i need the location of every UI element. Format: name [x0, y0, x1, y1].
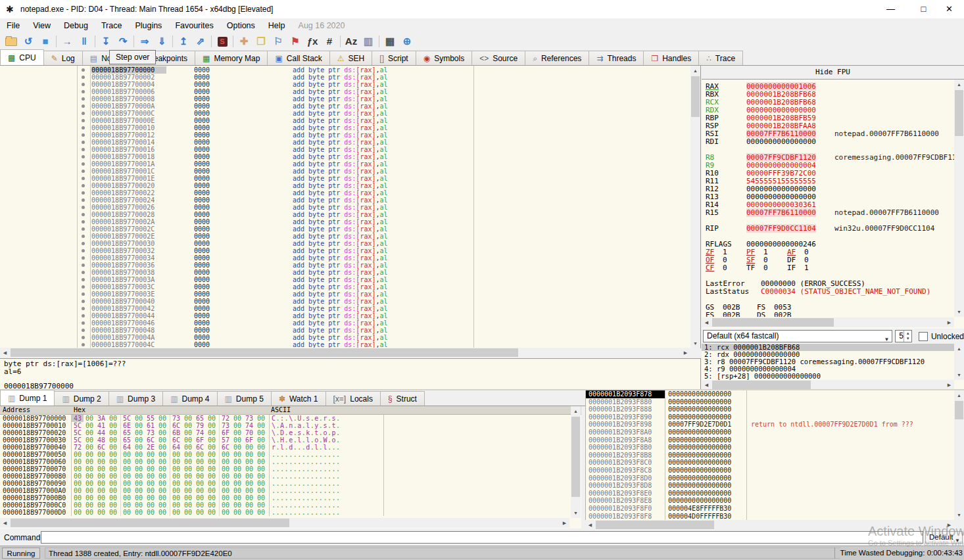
menu-favourites[interactable]: Favourites [168, 18, 220, 33]
stack-row[interactable]: 0000001B2093F8A00000000000000000 [586, 429, 955, 436]
stack-row[interactable]: 0000001B2093F8E80000000000000000 [586, 497, 955, 505]
step-over-button[interactable]: ↷ [114, 34, 132, 49]
breakpoint-dot-icon[interactable] [82, 133, 85, 137]
disasm-row[interactable]: 0000018B977000040000add byte ptr ds:[rax… [0, 81, 690, 88]
hide-fpu-button[interactable]: Hide FPU [702, 66, 964, 80]
restart-button[interactable]: ↺ [20, 34, 37, 49]
register-row[interactable]: R120000000000000000 [706, 185, 954, 193]
dump-row[interactable]: 0000018B977000A0000000000000000000000000… [0, 487, 384, 494]
tab-memory-map[interactable]: ▦Memory Map [195, 51, 268, 65]
disasm-row[interactable]: 0000018B977000120000add byte ptr ds:[rax… [0, 131, 690, 139]
breakpoint-dot-icon[interactable] [82, 83, 85, 86]
stack-row[interactable]: 0000001B2093F8880000000000000000 [586, 406, 955, 413]
breakpoint-dot-icon[interactable] [82, 170, 85, 173]
tab-dump-2[interactable]: ▥Dump 2 [54, 391, 108, 406]
menu-options[interactable]: Options [220, 18, 262, 33]
breakpoint-dot-icon[interactable] [82, 329, 85, 332]
breakpoint-dot-icon[interactable] [82, 264, 85, 267]
run-button[interactable]: → [59, 34, 76, 49]
stack-row[interactable]: 0000001B2093F8F8000004D0FFFFFB30 [586, 513, 955, 521]
register-row[interactable]: R115455555155555555 [706, 177, 954, 185]
stop-button[interactable]: ■ [37, 34, 54, 49]
breakpoint-dot-icon[interactable] [82, 148, 85, 151]
breakpoint-dot-icon[interactable] [82, 119, 85, 122]
disassembly-horizontal-scrollbar[interactable]: ◀ ▶ [0, 348, 690, 358]
stack-row[interactable]: 0000001B2093F8F0000004E8FFFFFB30 [586, 505, 955, 513]
disasm-row[interactable]: 0000018B9770001C0000add byte ptr ds:[rax… [0, 168, 690, 175]
step-into-button[interactable]: ↧ [97, 34, 114, 49]
disasm-row[interactable]: 0000018B9770000A0000add byte ptr ds:[rax… [0, 103, 690, 110]
register-row[interactable]: RDX0000000000000000 [706, 106, 954, 114]
title-bar[interactable]: ✱ notepad.exe - PID: D04 - Thread: Main … [0, 0, 964, 18]
disassembly-pane[interactable]: 0000018B977000000000add byte ptr ds:[rax… [0, 66, 701, 348]
stack-row[interactable]: 0000001B2093F8D00000000000000000 [586, 475, 955, 482]
disasm-row[interactable]: 0000018B977000340000add byte ptr ds:[rax… [0, 254, 690, 262]
disasm-row[interactable]: 0000018B9770003A0000add byte ptr ds:[rax… [0, 276, 690, 283]
tab-struct[interactable]: §Struct [380, 391, 425, 406]
registers-horizontal-scrollbar[interactable]: ◀ ▶ [702, 317, 954, 327]
register-row[interactable]: R130000000000000000 [706, 193, 954, 201]
breakpoint-dot-icon[interactable] [82, 227, 85, 231]
register-row[interactable]: RFLAGS0000000000000246 [706, 241, 954, 248]
tab-dump-3[interactable]: ▥Dump 3 [108, 391, 163, 406]
case-sensitive-button[interactable]: Az [343, 34, 360, 49]
breakpoint-dot-icon[interactable] [82, 191, 85, 195]
stepper-arrows-icon[interactable]: ▲▼ [904, 331, 911, 342]
run-to-user-code-button[interactable]: ⇗ [192, 34, 209, 49]
registers-vertical-scrollbar[interactable]: ▲ ▼ [954, 80, 964, 317]
stack-row[interactable]: 0000001B2093F8E00000000000000000 [586, 490, 955, 498]
step-down-button[interactable]: ⇓ [153, 34, 170, 49]
dump-row[interactable]: 0000018B977000205C004400650073006B007400… [0, 429, 384, 436]
disasm-row[interactable]: 0000018B977000020000add byte ptr ds:[rax… [0, 74, 690, 81]
stack-pane[interactable]: 0000001B2093F87800000000000000000000001B… [585, 390, 955, 520]
breakpoint-dot-icon[interactable] [82, 90, 85, 93]
disasm-row[interactable]: 0000018B9770002E0000add byte ptr ds:[rax… [0, 233, 690, 240]
tab-dump-5[interactable]: ▥Dump 5 [217, 391, 272, 406]
dump-horizontal-scrollbar[interactable]: ◀ ▶ [0, 518, 569, 528]
stack-row[interactable]: 0000001B2093F8D80000000000000000 [586, 482, 955, 490]
patch-button[interactable]: ✚ [235, 34, 253, 49]
tab-threads[interactable]: ⇉Threads [589, 51, 644, 65]
disasm-row[interactable]: 0000018B977000220000add byte ptr ds:[rax… [0, 189, 690, 197]
disasm-row[interactable]: 0000018B977000440000add byte ptr ds:[rax… [0, 312, 690, 319]
disasm-row[interactable]: 0000018B977000320000add byte ptr ds:[rax… [0, 247, 690, 254]
register-row[interactable]: R90000000000000004 [706, 162, 954, 170]
dump-row[interactable]: 0000018B977000B0000000000000000000000000… [0, 494, 384, 502]
register-row[interactable]: RBP0000001B208BFB59 [706, 114, 954, 122]
register-row[interactable]: RIP00007FF9D0CC1104win32u.00007FF9D0CC11… [706, 225, 954, 233]
tab-watch-1[interactable]: ✽Watch 1 [271, 391, 326, 406]
dump-row[interactable]: 0000018B97700080000000000000000000000000… [0, 473, 384, 480]
dump-row[interactable]: 0000018B97700090000000000000000000000000… [0, 480, 384, 487]
stack-row[interactable]: 0000001B2093F8C80000000000000000 [586, 467, 955, 475]
disasm-row[interactable]: 0000018B977000100000add byte ptr ds:[rax… [0, 124, 690, 131]
dump-row[interactable]: 0000018B9770000043003A005C00550073006500… [0, 415, 384, 422]
tab-references[interactable]: ⌕References [525, 51, 589, 65]
disasm-row[interactable]: 0000018B977000380000add byte ptr ds:[rax… [0, 269, 690, 276]
step-out-button[interactable]: ↥ [175, 34, 192, 49]
breakpoint-dot-icon[interactable] [82, 141, 85, 144]
register-row[interactable]: RAX0000000000001006 [706, 83, 954, 91]
disasm-row[interactable]: 0000018B9770004A0000add byte ptr ds:[rax… [0, 334, 690, 341]
register-row[interactable]: R1500007FF7B6110000notepad.00007FF7B6110… [706, 209, 954, 217]
command-profile-select[interactable]: Default ▼ [925, 531, 963, 544]
disasm-row[interactable]: 0000018B977000000000add byte ptr ds:[rax… [0, 66, 690, 74]
menu-debug[interactable]: Debug [57, 18, 95, 33]
dump-row[interactable]: 0000018B977000105C0041006E0061006C007900… [0, 422, 384, 429]
register-row[interactable]: R1000000FFF39B72C00 [706, 170, 954, 177]
disasm-row[interactable]: 0000018B9770003E0000add byte ptr ds:[rax… [0, 291, 690, 298]
tab-source[interactable]: <>Source [471, 51, 525, 65]
breakpoint-dot-icon[interactable] [82, 307, 85, 310]
functions-button[interactable]: ƒx [304, 34, 321, 49]
breakpoint-dot-icon[interactable] [82, 271, 85, 274]
tab-seh[interactable]: ⚠SEH [329, 51, 372, 65]
register-row[interactable]: GS002BFS0053 [706, 304, 954, 312]
breakpoint-dot-icon[interactable] [82, 184, 85, 187]
breakpoint-dot-icon[interactable] [82, 177, 85, 180]
disasm-row[interactable]: 0000018B9770000C0000add byte ptr ds:[rax… [0, 110, 690, 117]
stack-vertical-scrollbar[interactable]: ▲ ▼ [954, 390, 964, 520]
arguments-horizontal-scrollbar[interactable]: ◀ ▶ [702, 380, 954, 390]
breakpoint-dot-icon[interactable] [82, 321, 85, 325]
breakpoint-dot-icon[interactable] [82, 155, 85, 158]
tab-trace[interactable]: ∴Trace [698, 51, 743, 65]
disasm-row[interactable]: 0000018B977000360000add byte ptr ds:[rax… [0, 262, 690, 269]
